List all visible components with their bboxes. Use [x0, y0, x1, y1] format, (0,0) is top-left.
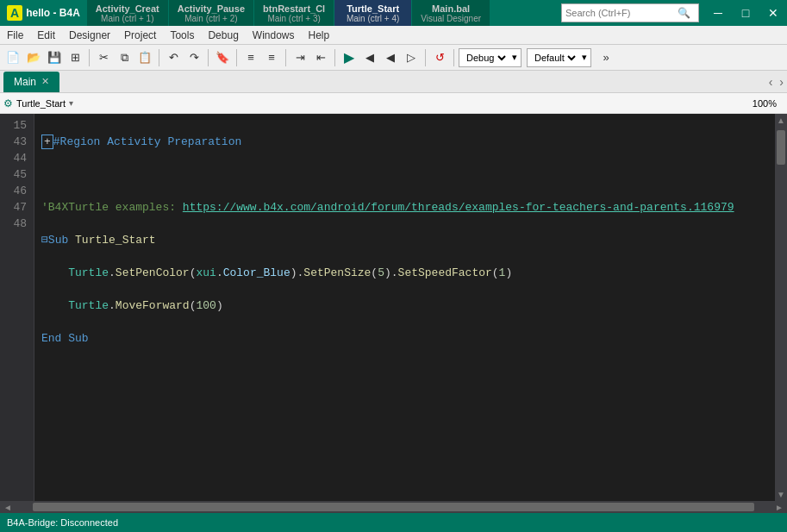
scope-chevron-icon: ▾: [69, 98, 73, 108]
scroll-thumb[interactable]: [777, 130, 785, 165]
zoom-level: 100%: [753, 98, 784, 109]
region-expand-icon[interactable]: +: [41, 135, 53, 149]
scope-bar: ⚙ Turtle_Start ▾ 100%: [0, 93, 787, 114]
scroll-up-button[interactable]: ▲: [775, 114, 787, 127]
code-line-45: ⊟Sub Turtle_Start: [41, 232, 768, 248]
toolbar: 📄 📂 💾 ⊞ ✂ ⧉ 📋 ↶ ↷ 🔖 ≡ ≡ ⇥ ⇤ ▶ ◀ ◀ ▷ ↺ De…: [0, 45, 787, 71]
align-left-button[interactable]: ≡: [241, 48, 260, 67]
copy-button[interactable]: ⧉: [115, 48, 134, 67]
scope-label: Turtle_Start: [16, 98, 66, 109]
editor-area: 15 43 44 45 46 47 48 +#Region Activity P…: [0, 114, 787, 501]
title-tabs: Activity_Creat Main (ctrl + 1) Activity_…: [87, 0, 556, 26]
undo-button[interactable]: ↶: [164, 48, 183, 67]
scroll-down-button[interactable]: ▼: [775, 488, 787, 501]
separator-6: [334, 49, 335, 66]
paste-button[interactable]: 📋: [135, 48, 154, 67]
tab-activity-create[interactable]: Activity_Creat Main (ctrl + 1): [87, 0, 169, 26]
default-select[interactable]: Default: [531, 52, 578, 64]
new-button[interactable]: 📄: [3, 48, 22, 67]
editor-tab-row: Main ✕ ‹ ›: [0, 71, 787, 93]
separator-8: [453, 49, 454, 66]
line-num-48: 48: [7, 216, 27, 232]
editor-tab-close[interactable]: ✕: [41, 76, 49, 87]
separator-7: [425, 49, 426, 66]
debug-dropdown[interactable]: Debug ▾: [459, 48, 522, 67]
open-button[interactable]: 📂: [24, 48, 43, 67]
status-text: B4A-Bridge: Disconnected: [7, 517, 118, 528]
more-button[interactable]: »: [596, 48, 615, 67]
scroll-track: [775, 166, 787, 488]
line-num-47: 47: [7, 199, 27, 216]
code-editor[interactable]: +#Region Activity Preparation 'B4XTurtle…: [34, 114, 775, 501]
window-controls: ─ □ ✕: [704, 0, 787, 26]
title-bar: A hello - B4A Activity_Creat Main (ctrl …: [0, 0, 787, 26]
code-line-46: Turtle.SetPenColor(xui.Color_Blue).SetPe…: [41, 265, 768, 281]
tab-activity-pause[interactable]: Activity_Pause Main (ctrl + 2): [169, 0, 254, 26]
redo-button[interactable]: ↷: [184, 48, 203, 67]
menu-edit[interactable]: Edit: [30, 26, 62, 44]
tab-nav-left[interactable]: ‹: [765, 75, 777, 89]
menu-help[interactable]: Help: [302, 26, 337, 44]
separator-4: [236, 49, 237, 66]
indent-button[interactable]: ⇥: [290, 48, 309, 67]
menu-project[interactable]: Project: [117, 26, 163, 44]
bookmark-button[interactable]: 🔖: [213, 48, 232, 67]
minimize-button[interactable]: ─: [704, 0, 732, 26]
run-back-button[interactable]: ◀: [360, 48, 379, 67]
menu-tools[interactable]: Tools: [163, 26, 201, 44]
line-num-45: 45: [7, 166, 27, 183]
close-button[interactable]: ✕: [759, 0, 787, 26]
vertical-scrollbar[interactable]: ▲ ▼: [775, 114, 787, 501]
debug-select[interactable]: Debug: [463, 52, 509, 64]
stop-button[interactable]: ↺: [430, 48, 449, 67]
scope-icon: ⚙: [3, 97, 13, 110]
app-title: hello - B4A: [26, 7, 80, 19]
line-numbers: 15 43 44 45 46 47 48: [0, 114, 34, 501]
grid-button[interactable]: ⊞: [66, 48, 84, 67]
save-button[interactable]: 💾: [45, 48, 64, 67]
main-editor-tab[interactable]: Main ✕: [3, 72, 59, 92]
cut-button[interactable]: ✂: [94, 48, 113, 67]
horizontal-scrollbar[interactable]: ◄ ►: [0, 501, 787, 513]
default-dropdown[interactable]: Default ▾: [527, 48, 591, 67]
tab-turtle-start[interactable]: Turtle_Start Main (ctrl + 4): [334, 0, 412, 26]
search-input[interactable]: [565, 8, 678, 18]
run-back2-button[interactable]: ◀: [381, 48, 400, 67]
maximize-button[interactable]: □: [732, 0, 759, 26]
chevron-down-icon: ▾: [512, 52, 517, 63]
separator-1: [89, 49, 90, 66]
tab-nav-right[interactable]: ›: [776, 75, 787, 89]
code-line-48: End Sub: [41, 330, 768, 347]
run-button[interactable]: ▶: [340, 48, 359, 67]
separator-3: [208, 49, 209, 66]
app-logo: A hello - B4A: [0, 0, 87, 26]
code-line-44: 'B4XTurtle examples: https://www.b4x.com…: [41, 199, 768, 216]
step-button[interactable]: ▷: [402, 48, 421, 67]
menu-bar: File Edit Designer Project Tools Debug W…: [0, 26, 787, 45]
line-num-46: 46: [7, 183, 27, 199]
hscroll-right-button[interactable]: ►: [771, 503, 787, 512]
code-line-15: +#Region Activity Preparation: [41, 134, 768, 150]
menu-windows[interactable]: Windows: [246, 26, 302, 44]
hscroll-thumb[interactable]: [33, 503, 754, 511]
separator-5: [285, 49, 286, 66]
logo-icon: A: [7, 5, 22, 21]
tab-btn-restart[interactable]: btnRestart_Cl Main (ctrl + 3): [254, 0, 334, 26]
search-box[interactable]: 🔍: [561, 3, 699, 22]
hscroll-left-button[interactable]: ◄: [0, 503, 16, 512]
menu-designer[interactable]: Designer: [62, 26, 117, 44]
tab-main-bal[interactable]: Main.bal Visual Designer: [412, 0, 490, 26]
code-line-47: Turtle.MoveForward(100): [41, 297, 768, 314]
line-num-15: 15: [7, 117, 27, 134]
search-icon: 🔍: [678, 7, 690, 19]
status-bar: B4A-Bridge: Disconnected: [0, 513, 787, 532]
line-num-43: 43: [7, 134, 27, 150]
menu-file[interactable]: File: [0, 26, 30, 44]
editor-tab-label: Main: [14, 76, 36, 88]
scope-selector[interactable]: ⚙ Turtle_Start ▾: [3, 97, 753, 110]
menu-debug[interactable]: Debug: [201, 26, 245, 44]
align-right-button[interactable]: ≡: [262, 48, 281, 67]
outdent-button[interactable]: ⇤: [311, 48, 330, 67]
separator-2: [159, 49, 159, 66]
chevron-down-icon2: ▾: [582, 52, 587, 63]
